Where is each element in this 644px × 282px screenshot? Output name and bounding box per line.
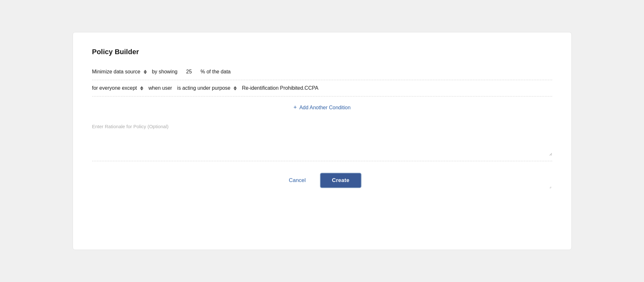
plus-icon: +	[293, 104, 297, 111]
rationale-section	[92, 124, 552, 161]
row-action: Minimize data source by showing % of the…	[92, 69, 552, 80]
when-user-label: when user	[148, 85, 172, 91]
add-condition-button[interactable]: + Add Another Condition	[293, 104, 351, 111]
policy-builder-panel: Policy Builder Minimize data source by s…	[73, 32, 572, 250]
audience-label: for everyone except	[92, 85, 137, 91]
condition-chevron-icon[interactable]	[234, 86, 237, 90]
action-label: Minimize data source	[92, 69, 140, 75]
audience-chevron-icon[interactable]	[140, 86, 143, 90]
condition-select[interactable]: is acting under purpose	[177, 85, 237, 91]
add-condition-label: Add Another Condition	[299, 105, 351, 111]
action-select[interactable]: Minimize data source	[92, 69, 147, 75]
by-showing-label: by showing	[152, 69, 178, 75]
resize-handle-icon[interactable]: ⌟	[549, 184, 552, 189]
action-chevron-icon[interactable]	[144, 70, 147, 74]
rationale-divider	[92, 161, 552, 161]
condition-label: is acting under purpose	[177, 85, 230, 91]
cancel-button[interactable]: Cancel	[282, 174, 312, 187]
panel-title: Policy Builder	[92, 48, 552, 56]
rationale-textarea[interactable]	[92, 124, 552, 156]
amount-input[interactable]	[183, 69, 195, 75]
purpose-input[interactable]	[242, 85, 331, 91]
audience-select[interactable]: for everyone except	[92, 85, 144, 91]
row-condition: for everyone except when user is acting …	[92, 80, 552, 96]
percent-of-data-label: % of the data	[201, 69, 231, 75]
footer-actions: Cancel Create	[92, 173, 552, 188]
create-button[interactable]: Create	[320, 173, 362, 188]
add-condition-row: + Add Another Condition	[92, 96, 552, 116]
